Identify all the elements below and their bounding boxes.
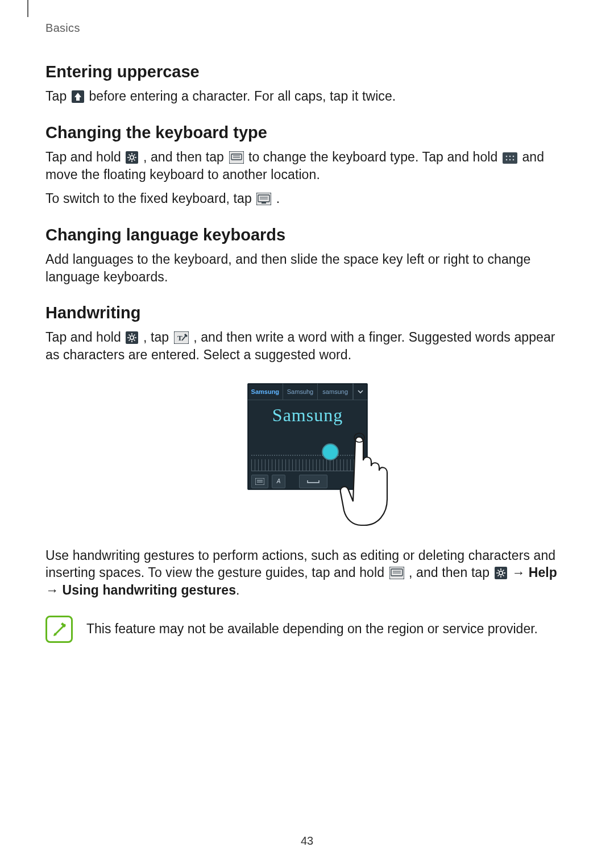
text: . <box>276 191 280 206</box>
keyboard-switch-icon <box>251 475 268 488</box>
heading-language-keyboards: Changing language keyboards <box>45 225 569 245</box>
heading-keyboard-type: Changing the keyboard type <box>45 122 569 143</box>
paragraph-kbtype-2: To switch to the fixed keyboard, tap . <box>45 190 569 207</box>
text: . <box>236 583 240 597</box>
svg-text:T: T <box>177 334 182 342</box>
page-number: 43 <box>0 834 614 848</box>
handwriting-figure: Samsung Samsuhg samsung Samsung A <box>45 381 569 526</box>
menu-path-help: Help <box>529 565 557 580</box>
paragraph-handwriting-1: Tap and hold , tap T , and then write a … <box>45 329 569 363</box>
menu-path-gestures: Using handwriting gestures <box>63 583 236 597</box>
text: , and then tap <box>143 149 228 164</box>
fixed-keyboard-icon <box>256 193 271 205</box>
space-key <box>299 475 327 488</box>
suggestion-3: samsung <box>318 384 353 400</box>
heading-handwriting: Handwriting <box>45 302 569 323</box>
floating-keyboard-icon <box>229 151 244 164</box>
suggestion-bar: Samsung Samsuhg samsung <box>248 384 367 400</box>
more-suggestions-icon <box>353 384 367 400</box>
svg-point-20 <box>509 159 511 161</box>
text: → <box>512 565 529 580</box>
suggestion-2: Samsuhg <box>283 384 318 400</box>
shift-key-icon <box>72 90 84 103</box>
svg-rect-39 <box>255 478 264 485</box>
header-crop-mark <box>27 0 28 17</box>
svg-point-21 <box>513 159 515 161</box>
paragraph-handwriting-2: Use handwriting gestures to perform acti… <box>45 547 569 599</box>
paragraph-language: Add languages to the keyboard, and then … <box>45 251 569 285</box>
text: To switch to the fixed keyboard, tap <box>45 191 255 206</box>
svg-point-16 <box>506 156 508 157</box>
text: before entering a character. For all cap… <box>89 89 396 103</box>
svg-point-18 <box>513 156 515 157</box>
svg-point-19 <box>506 159 508 161</box>
paragraph-kbtype-1: Tap and hold , and then tap to change th… <box>45 148 569 183</box>
page-header: Basics <box>45 22 569 35</box>
fixed-keyboard-icon <box>389 567 404 579</box>
settings-gear-icon <box>495 567 507 579</box>
manual-page: Basics Entering uppercase Tap before ent… <box>0 0 614 868</box>
pen-style-icon: A <box>272 475 285 488</box>
drag-handle-icon <box>503 152 517 164</box>
suggestion-1: Samsung <box>248 384 283 400</box>
text: Tap and hold <box>45 330 125 344</box>
note-icon <box>45 616 73 643</box>
settings-gear-icon <box>126 331 138 344</box>
breadcrumb: Basics <box>45 22 569 35</box>
handwritten-word: Samsung <box>251 405 364 426</box>
text: Tap <box>45 89 70 103</box>
text: , and then tap <box>409 565 493 580</box>
text: , tap <box>143 330 173 344</box>
text: Tap and hold <box>45 149 125 164</box>
svg-point-17 <box>509 156 511 157</box>
svg-rect-15 <box>503 152 517 164</box>
handwriting-mode-icon: T <box>174 331 189 344</box>
settings-gear-icon <box>126 151 138 164</box>
note-text: This feature may not be available depend… <box>86 616 538 638</box>
note-callout: This feature may not be available depend… <box>45 616 569 643</box>
pointing-hand-illustration <box>330 425 399 528</box>
text: to change the keyboard type. Tap and hol… <box>248 149 501 164</box>
paragraph-uppercase: Tap before entering a character. For all… <box>45 88 569 105</box>
heading-entering-uppercase: Entering uppercase <box>45 61 569 82</box>
text: → <box>45 583 63 597</box>
